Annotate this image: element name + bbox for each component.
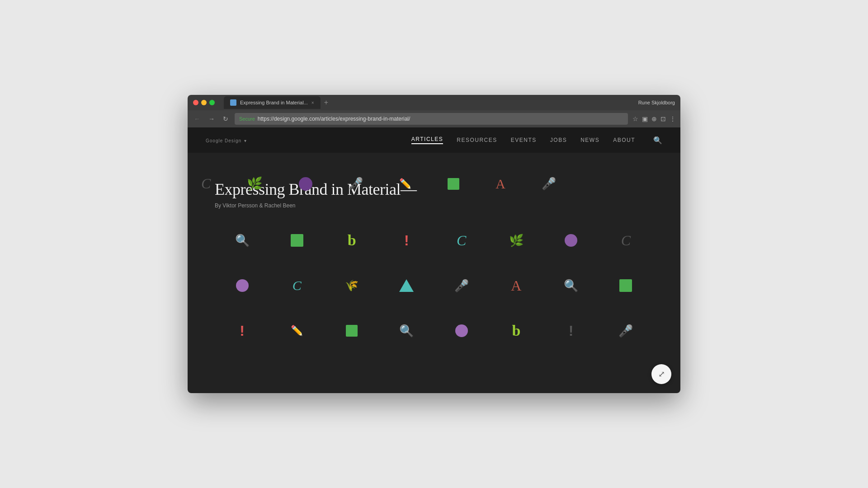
header-c-icon: C	[201, 175, 211, 192]
forward-button[interactable]: →	[207, 114, 217, 123]
header-mic2-icon: 🎤	[542, 177, 556, 191]
maximize-button[interactable]	[209, 100, 215, 105]
pen-icon: ✏️	[291, 325, 303, 337]
c-teal-icon: C	[457, 232, 466, 249]
menu-icon[interactable]: ⋮	[670, 115, 676, 122]
list-item: A	[489, 272, 543, 299]
nav-resources[interactable]: RESOURCES	[457, 137, 497, 143]
b-letter-icon-2: b	[512, 322, 520, 339]
list-item: C	[269, 272, 324, 299]
browser-window: Expressing Brand in Material... × + Rune…	[188, 95, 680, 393]
site-logo: Google Design ▾	[206, 136, 247, 144]
minimize-button[interactable]	[201, 100, 207, 105]
star-icon[interactable]: ☆	[632, 115, 638, 122]
logo-text: Google Design	[206, 138, 241, 143]
header-mic-icon: 🎤	[349, 177, 363, 191]
exclamation-icon-2: !	[240, 323, 245, 339]
browser-toolbar: ← → ↻ Secure https://design.google.com/a…	[188, 110, 680, 127]
icon-grid: 🔍 b ! C 🌿	[215, 227, 653, 344]
nav-articles[interactable]: ARTICLES	[411, 136, 443, 144]
site-content: Google Design ▾ ARTICLES RESOURCES EVENT…	[188, 127, 680, 393]
c-teal-icon-2: C	[292, 278, 302, 293]
list-item	[379, 272, 434, 299]
nav-news[interactable]: NEWS	[580, 137, 599, 143]
ext-icon-1[interactable]: ⊕	[651, 115, 657, 122]
green-square-icon	[291, 234, 303, 247]
article-byline: By Viktor Persson & Rachel Been	[215, 202, 653, 209]
cast-icon[interactable]: ▣	[642, 115, 648, 122]
list-item: !	[215, 317, 269, 344]
green-square-icon-2	[619, 279, 632, 292]
toolbar-icons: ☆ ▣ ⊕ ⊡ ⋮	[632, 115, 676, 122]
b-letter-icon: b	[348, 232, 356, 249]
a-serif-icon: A	[511, 277, 521, 294]
list-item: 🔍	[215, 227, 269, 254]
address-bar[interactable]: Secure https://design.google.com/article…	[235, 113, 628, 125]
leaf-icon: 🌿	[509, 234, 524, 248]
list-item: !	[544, 317, 599, 344]
mic-icon-2: 🎤	[618, 324, 633, 338]
secure-label: Secure	[239, 116, 255, 122]
header-leaf-icon: 🌿	[247, 176, 263, 191]
list-item	[544, 227, 599, 254]
search-icon-nav[interactable]: 🔍	[653, 136, 662, 145]
list-item	[215, 272, 269, 299]
leaf-icon-2: 🌾	[345, 279, 359, 292]
list-item	[325, 317, 379, 344]
list-item	[269, 227, 324, 254]
url-text: https://design.google.com/articles/expre…	[258, 116, 410, 122]
tab-close-button[interactable]: ×	[311, 100, 314, 105]
back-button[interactable]: ←	[192, 114, 202, 123]
nav-about[interactable]: ABOUT	[613, 137, 635, 143]
circle-purple-light-icon	[236, 279, 249, 292]
list-item: ✏️	[269, 317, 324, 344]
tab-title: Expressing Brand in Material...	[240, 100, 308, 105]
share-fab[interactable]: ⤢	[651, 364, 671, 384]
header-square-icon	[448, 178, 459, 190]
active-tab[interactable]: Expressing Brand in Material... ×	[224, 96, 321, 109]
browser-titlebar: Expressing Brand in Material... × + Rune…	[188, 95, 680, 110]
nav-jobs[interactable]: JOBS	[550, 137, 567, 143]
search-icon-3: 🔍	[399, 324, 414, 338]
list-item: C	[434, 227, 489, 254]
ext-icon-2[interactable]: ⊡	[660, 115, 666, 122]
circle-purple-icon	[565, 234, 577, 247]
c-gray-icon: C	[621, 232, 631, 249]
search-icon-2: 🔍	[564, 279, 578, 293]
nav-events[interactable]: EVENTS	[511, 137, 537, 143]
list-item: b	[489, 317, 543, 344]
site-header: Google Design ▾ ARTICLES RESOURCES EVENT…	[188, 127, 680, 153]
list-item: b	[325, 227, 379, 254]
list-item: 🔍	[544, 272, 599, 299]
exclamation-icon: !	[404, 232, 409, 249]
reload-button[interactable]: ↻	[221, 114, 230, 123]
list-item: !	[379, 227, 434, 254]
header-a-icon: A	[495, 176, 505, 192]
logo-arrow: ▾	[244, 138, 247, 143]
circle-purple-light-icon-2	[455, 324, 468, 337]
list-item	[434, 317, 489, 344]
header-pen-icon: ✏️	[399, 178, 411, 190]
share-icon: ⤢	[658, 369, 665, 379]
user-label: Rune Skjoldborg	[638, 100, 675, 105]
list-item	[599, 272, 653, 299]
triangle-teal-icon	[399, 279, 414, 292]
search-icon: 🔍	[235, 234, 250, 248]
site-main: C 🌿 🎤 ✏️ A 🎤 Expressing Brand in Materia…	[188, 153, 680, 393]
new-tab-button[interactable]: +	[324, 99, 328, 107]
list-item: C	[599, 227, 653, 254]
header-circle-icon	[299, 177, 312, 191]
mic-icon: 🎤	[454, 279, 469, 293]
tab-favicon	[230, 99, 236, 106]
list-item: 🌿	[489, 227, 543, 254]
tab-bar: Expressing Brand in Material... × +	[224, 96, 635, 109]
exclamation-dark-icon: !	[569, 323, 574, 339]
list-item: 🎤	[599, 317, 653, 344]
green-square-icon-3	[346, 325, 358, 337]
close-button[interactable]	[193, 100, 198, 105]
list-item: 🎤	[434, 272, 489, 299]
list-item: 🔍	[379, 317, 434, 344]
site-nav: ARTICLES RESOURCES EVENTS JOBS NEWS ABOU…	[411, 136, 662, 145]
traffic-lights	[193, 100, 215, 105]
list-item: 🌾	[325, 272, 379, 299]
